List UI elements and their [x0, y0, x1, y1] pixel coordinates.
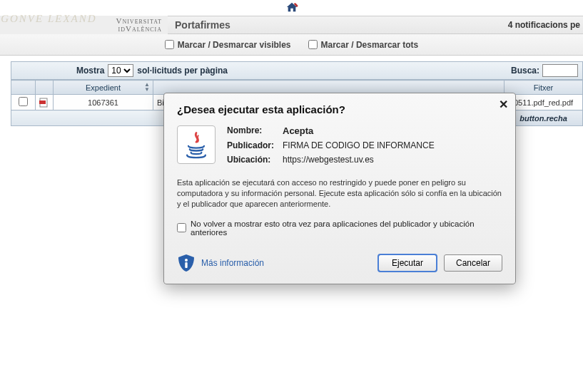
header-bar: AGONVE LEXAND Vniversitat idValència Por…: [0, 16, 583, 34]
mark-visible-checkbox[interactable]: Marcar / Desmarcar visibles: [165, 40, 291, 50]
info-shield-icon: [177, 254, 196, 272]
university-name: Vniversitat idValència: [116, 17, 162, 33]
cancel-button[interactable]: Cancelar: [444, 254, 502, 272]
search-label: Busca:: [511, 66, 539, 76]
col-expedient[interactable]: Expedient ▲▼: [54, 81, 153, 95]
page-size-select[interactable]: 10: [108, 64, 133, 77]
close-icon[interactable]: ✕: [499, 98, 508, 111]
dont-show-again-checkbox[interactable]: No volver a mostrar esto otra vez para a…: [177, 220, 502, 237]
mark-visible-label: Marcar / Desmarcar visibles: [178, 40, 291, 50]
mostra-label-post: sol·licituds per pàgina: [137, 66, 228, 76]
sort-arrows-icon[interactable]: ▲▼: [144, 82, 150, 92]
name-value: Acepta: [283, 125, 313, 136]
page-title: Portafirmes: [168, 19, 230, 31]
mark-visible-input[interactable]: [165, 40, 174, 49]
svg-rect-3: [185, 262, 187, 268]
dont-show-again-label: No volver a mostrar esto otra vez para a…: [191, 220, 502, 237]
table-controls: Mostra 10 sol·licituds per pàgina Busca:: [11, 61, 583, 80]
col-fitxer[interactable]: Fitxer: [505, 81, 583, 95]
col-type: [36, 81, 54, 95]
cell-expedient: 1067361: [54, 95, 153, 110]
name-label: Nombre:: [227, 125, 277, 136]
search-input[interactable]: [542, 64, 578, 77]
mostra-label-pre: Mostra: [76, 66, 104, 76]
java-security-dialog: ✕ ¿Desea ejecutar esta aplicación? Nombr…: [163, 93, 516, 284]
dialog-warning-text: Esta aplicación se ejecutará con acceso …: [177, 177, 502, 210]
location-value: https://webgestest.uv.es: [283, 155, 374, 165]
publisher-value: FIRMA DE CODIGO DE INFORMANCE: [283, 140, 435, 150]
row-checkbox[interactable]: [19, 97, 28, 106]
run-button[interactable]: Ejecutar: [378, 254, 437, 272]
col-check: [11, 81, 36, 95]
more-info-link[interactable]: Más información: [201, 258, 264, 268]
svg-point-2: [185, 259, 188, 262]
publisher-label: Publicador:: [227, 140, 277, 150]
mark-all-label: Marcar / Desmarcar tots: [321, 40, 419, 50]
java-icon: [177, 125, 216, 164]
dont-show-again-input[interactable]: [177, 223, 186, 232]
svg-rect-1: [39, 100, 46, 104]
dialog-title: ¿Desea ejecutar esta aplicación?: [177, 103, 502, 115]
cell-fitxer[interactable]: 0511.pdf_red.pdf: [505, 95, 583, 110]
notifications-count[interactable]: 4 notificacions pe: [508, 20, 580, 30]
pdf-icon[interactable]: [39, 98, 49, 108]
mark-all-input[interactable]: [308, 40, 318, 49]
mark-all-checkbox[interactable]: Marcar / Desmarcar tots: [308, 40, 419, 50]
university-seal-bg: AGONVE LEXAND: [0, 13, 107, 37]
mark-toolbar: Marcar / Desmarcar visibles Marcar / Des…: [0, 34, 583, 56]
dialog-properties: Nombre: Acepta Publicador: FIRMA DE CODI…: [227, 125, 502, 169]
reject-button[interactable]: button.recha: [505, 110, 583, 126]
location-label: Ubicación:: [227, 155, 277, 165]
university-badge: AGONVE LEXAND Vniversitat idValència: [0, 16, 168, 34]
home-icon[interactable]: [285, 1, 298, 13]
